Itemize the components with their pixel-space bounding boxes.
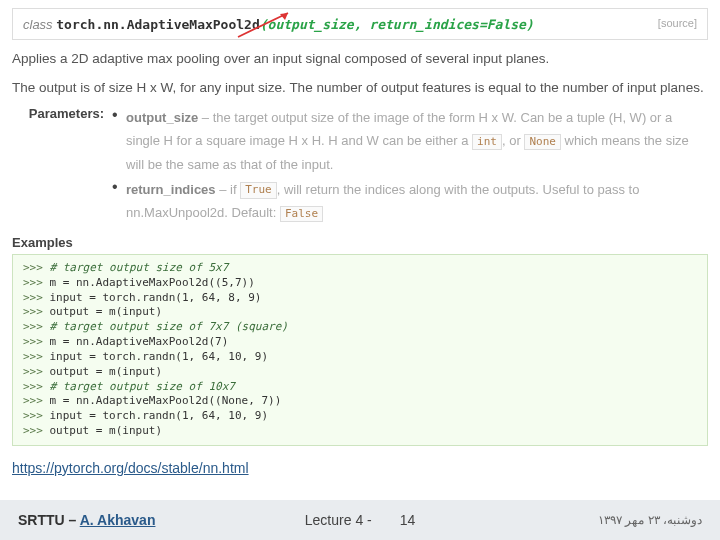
description-2: The output is of size H x W, for any inp…	[12, 77, 708, 100]
signature-box: [source] class torch.nn.AdaptiveMaxPool2…	[12, 8, 708, 40]
footer-date: دوشنبه، ۲۳ مهر ۱۳۹۷	[598, 513, 702, 527]
class-name: torch.nn.AdaptiveMaxPool2d	[56, 17, 260, 32]
parameters-label: Parameters:	[12, 106, 112, 227]
examples-label: Examples	[12, 235, 708, 250]
param-return-indices: return_indices – if True, will return th…	[112, 178, 708, 225]
pill-true: True	[240, 182, 277, 198]
description-1: Applies a 2D adaptive max pooling over a…	[12, 48, 708, 71]
class-keyword: class	[23, 17, 53, 32]
code-example: >>> # target output size of 5x7 >>> m = …	[12, 254, 708, 446]
parameters-block: Parameters: output_size – the target out…	[12, 106, 708, 227]
param-output-size: output_size – the target output size of …	[112, 106, 708, 176]
source-link[interactable]: [source]	[658, 17, 697, 29]
footer-left: SRTTU – A. Akhavan	[18, 512, 155, 528]
pill-int: int	[472, 134, 502, 150]
pill-false: False	[280, 206, 323, 222]
page-number: 14	[400, 512, 416, 528]
footer-center: Lecture 4 - 14	[305, 512, 415, 528]
source-url[interactable]: https://pytorch.org/docs/stable/nn.html	[12, 460, 249, 476]
author-link[interactable]: A. Akhavan	[80, 512, 156, 528]
pill-none: None	[524, 134, 561, 150]
class-args: (output_size, return_indices=False)	[260, 17, 534, 32]
slide-footer: SRTTU – A. Akhavan Lecture 4 - 14 دوشنبه…	[0, 500, 720, 540]
